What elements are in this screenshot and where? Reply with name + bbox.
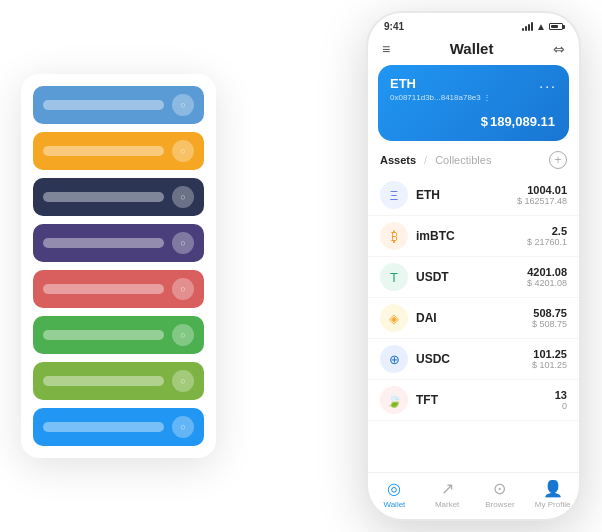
asset-row-eth[interactable]: Ξ ETH 1004.01 $ 162517.48 [368, 175, 579, 216]
card-bar [43, 146, 164, 156]
profile-nav-label: My Profile [535, 500, 571, 509]
status-bar: 9:41 ▲ [368, 13, 579, 36]
eth-amounts: 1004.01 $ 162517.48 [517, 184, 567, 206]
tft-amounts: 13 0 [555, 389, 567, 411]
currency-symbol: $ [481, 114, 488, 129]
tab-divider: / [424, 154, 427, 166]
usdt-icon: T [380, 263, 408, 291]
eth-name: ETH [416, 188, 517, 202]
assets-tabs: Assets / Collectibles [380, 154, 491, 166]
card-bar [43, 376, 164, 386]
tab-assets[interactable]: Assets [380, 154, 416, 166]
usdt-name: USDT [416, 270, 527, 284]
nav-item-profile[interactable]: 👤 My Profile [526, 479, 579, 509]
tft-value: 0 [555, 401, 567, 411]
menu-icon[interactable]: ≡ [382, 41, 390, 57]
signal-icon [522, 22, 533, 31]
wifi-icon: ▲ [536, 21, 546, 32]
browser-nav-icon: ⊙ [493, 479, 506, 498]
card-bar [43, 330, 164, 340]
eth-amount: 1004.01 [517, 184, 567, 196]
card-stack: ○ ○ ○ ○ ○ ○ ○ ○ [21, 74, 216, 458]
phone-header: ≡ Wallet ⇔ [368, 36, 579, 65]
asset-row-usdt[interactable]: T USDT 4201.08 $ 4201.08 [368, 257, 579, 298]
scene: ○ ○ ○ ○ ○ ○ ○ ○ 9:41 [21, 11, 581, 521]
usdc-value: $ 101.25 [532, 360, 567, 370]
card-coin-icon: ○ [172, 370, 194, 392]
dai-icon: ◈ [380, 304, 408, 332]
card-coin-icon: ○ [172, 232, 194, 254]
asset-row-tft[interactable]: 🍃 TFT 13 0 [368, 380, 579, 421]
usdc-icon: ⊕ [380, 345, 408, 373]
add-asset-button[interactable]: + [549, 151, 567, 169]
usdt-amounts: 4201.08 $ 4201.08 [527, 266, 567, 288]
card-item-4[interactable]: ○ [33, 270, 204, 308]
card-bar [43, 422, 164, 432]
time-display: 9:41 [384, 21, 404, 32]
eth-value: $ 162517.48 [517, 196, 567, 206]
market-nav-label: Market [435, 500, 459, 509]
wallet-nav-icon: ◎ [387, 479, 401, 498]
card-bar [43, 100, 164, 110]
eth-card-top: ETH ... [390, 75, 557, 91]
nav-item-market[interactable]: ↗ Market [421, 479, 474, 509]
asset-row-dai[interactable]: ◈ DAI 508.75 $ 508.75 [368, 298, 579, 339]
asset-list: Ξ ETH 1004.01 $ 162517.48 ₿ imBTC 2.5 $ … [368, 175, 579, 472]
dai-value: $ 508.75 [532, 319, 567, 329]
card-item-6[interactable]: ○ [33, 362, 204, 400]
usdc-name: USDC [416, 352, 532, 366]
dai-amount: 508.75 [532, 307, 567, 319]
imbtc-name: imBTC [416, 229, 527, 243]
eth-address: 0x08711d3b...8418a78e3 ⋮ [390, 93, 557, 102]
eth-card-menu[interactable]: ... [539, 75, 557, 91]
expand-icon[interactable]: ⇔ [553, 41, 565, 57]
usdt-amount: 4201.08 [527, 266, 567, 278]
asset-row-usdc[interactable]: ⊕ USDC 101.25 $ 101.25 [368, 339, 579, 380]
card-coin-icon: ○ [172, 94, 194, 116]
eth-icon: Ξ [380, 181, 408, 209]
tab-collectibles[interactable]: Collectibles [435, 154, 491, 166]
tft-name: TFT [416, 393, 555, 407]
asset-row-imbtc[interactable]: ₿ imBTC 2.5 $ 21760.1 [368, 216, 579, 257]
card-item-5[interactable]: ○ [33, 316, 204, 354]
card-coin-icon: ○ [172, 140, 194, 162]
card-coin-icon: ○ [172, 324, 194, 346]
dai-amounts: 508.75 $ 508.75 [532, 307, 567, 329]
imbtc-icon: ₿ [380, 222, 408, 250]
browser-nav-label: Browser [485, 500, 514, 509]
card-coin-icon: ○ [172, 416, 194, 438]
card-bar [43, 284, 164, 294]
eth-card-label: ETH [390, 76, 416, 91]
dai-name: DAI [416, 311, 532, 325]
battery-icon [549, 23, 563, 30]
card-bar [43, 192, 164, 202]
imbtc-amounts: 2.5 $ 21760.1 [527, 225, 567, 247]
imbtc-amount: 2.5 [527, 225, 567, 237]
card-item-1[interactable]: ○ [33, 132, 204, 170]
card-item-3[interactable]: ○ [33, 224, 204, 262]
usdc-amounts: 101.25 $ 101.25 [532, 348, 567, 370]
bottom-nav: ◎ Wallet ↗ Market ⊙ Browser 👤 My Profile [368, 472, 579, 519]
card-coin-icon: ○ [172, 186, 194, 208]
tft-icon: 🍃 [380, 386, 408, 414]
wallet-title: Wallet [450, 40, 494, 57]
eth-balance: $189,089.11 [390, 108, 557, 131]
assets-header: Assets / Collectibles + [368, 151, 579, 175]
nav-item-browser[interactable]: ⊙ Browser [474, 479, 527, 509]
phone-mockup: 9:41 ▲ ≡ Wallet ⇔ ETH [366, 11, 581, 521]
nav-item-wallet[interactable]: ◎ Wallet [368, 479, 421, 509]
card-bar [43, 238, 164, 248]
eth-wallet-card[interactable]: ETH ... 0x08711d3b...8418a78e3 ⋮ $189,08… [378, 65, 569, 141]
card-item-7[interactable]: ○ [33, 408, 204, 446]
imbtc-value: $ 21760.1 [527, 237, 567, 247]
card-coin-icon: ○ [172, 278, 194, 300]
status-icons: ▲ [522, 21, 563, 32]
card-item-0[interactable]: ○ [33, 86, 204, 124]
wallet-nav-label: Wallet [383, 500, 405, 509]
market-nav-icon: ↗ [441, 479, 454, 498]
tft-amount: 13 [555, 389, 567, 401]
usdt-value: $ 4201.08 [527, 278, 567, 288]
usdc-amount: 101.25 [532, 348, 567, 360]
card-item-2[interactable]: ○ [33, 178, 204, 216]
profile-nav-icon: 👤 [543, 479, 563, 498]
